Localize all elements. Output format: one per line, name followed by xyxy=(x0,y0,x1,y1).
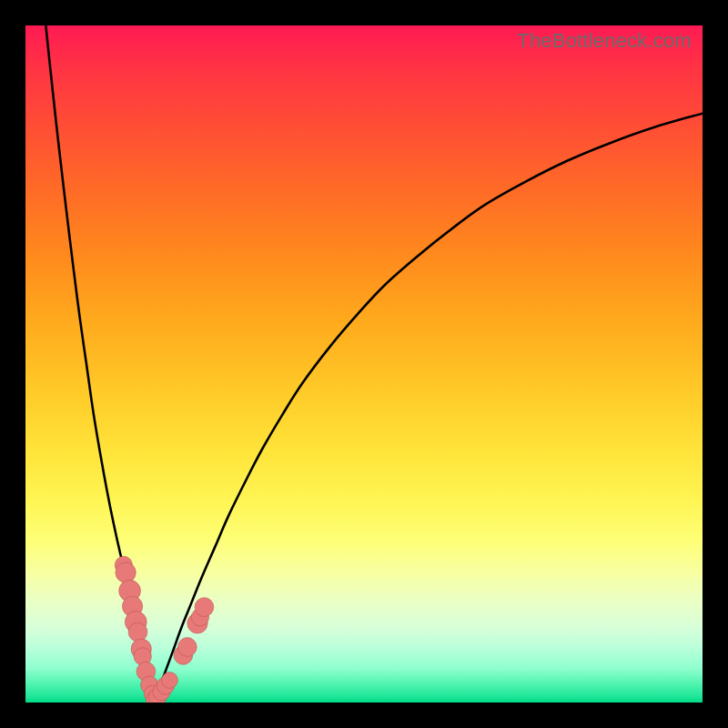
curve-layer xyxy=(25,25,703,703)
plot-area: TheBottleneck.com xyxy=(25,25,703,703)
watermark-text: TheBottleneck.com xyxy=(517,29,692,53)
data-marker xyxy=(116,562,136,582)
chart-frame: TheBottleneck.com xyxy=(0,0,728,728)
data-marker xyxy=(195,598,214,617)
data-marker xyxy=(128,622,147,642)
data-marker xyxy=(162,672,178,689)
curve-right-branch xyxy=(154,114,703,703)
data-marker xyxy=(177,638,197,657)
